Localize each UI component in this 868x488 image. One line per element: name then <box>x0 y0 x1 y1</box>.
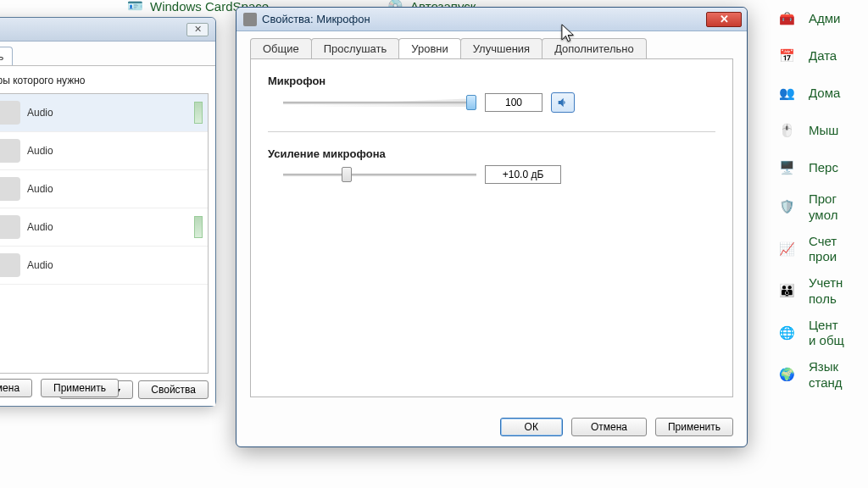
microphone-icon <box>0 177 20 201</box>
device-label: Audio <box>27 259 53 271</box>
slider-thumb[interactable] <box>466 95 476 110</box>
slider-thumb[interactable] <box>342 167 352 182</box>
level-meter-icon <box>194 216 203 238</box>
device-item[interactable]: Audio <box>0 208 208 247</box>
tab-levels[interactable]: Уровни <box>398 38 460 58</box>
device-label: Audio <box>27 107 53 119</box>
mute-button[interactable] <box>551 92 575 113</box>
device-label: Audio <box>27 145 53 157</box>
mic-level-label: Микрофон <box>268 75 715 87</box>
microphone-icon <box>0 253 20 277</box>
calendar-icon: 📅 <box>773 42 800 69</box>
ok-button[interactable]: ОК <box>500 418 563 436</box>
apply-button[interactable]: Применить <box>655 418 733 436</box>
microphone-icon <box>0 101 20 125</box>
device-item[interactable]: Audio <box>0 170 208 208</box>
microphone-icon <box>0 215 20 239</box>
mouse-icon: 🖱️ <box>773 117 800 144</box>
cp-item[interactable]: 🛡️Прог умол <box>766 186 868 229</box>
window-title: Свойства: Микрофон <box>262 13 706 25</box>
tab-record[interactable]: ь <box>0 47 13 65</box>
sound-devices-window: ✕ ь тры которого нужно Audio Audio Audio… <box>0 17 216 407</box>
tab-bar: Общие Прослушать Уровни Улучшения Дополн… <box>236 31 747 58</box>
homegroup-icon: 👥 <box>773 80 800 107</box>
tab-enhancements[interactable]: Улучшения <box>460 38 542 58</box>
apply-button[interactable]: Применить <box>41 379 119 397</box>
users-icon: 👪 <box>773 278 800 305</box>
cancel-button[interactable]: Отмена <box>571 418 647 436</box>
device-item[interactable]: Audio <box>0 94 208 132</box>
mouse-cursor-icon <box>561 24 576 44</box>
control-panel-list: 🧰Адми 📅Дата 👥Дома 🖱️Мыш 🖥️Перс 🛡️Прог ум… <box>766 0 868 396</box>
cp-item[interactable]: 📈Счет прои <box>766 229 868 271</box>
device-label: Audio <box>27 221 53 233</box>
speaker-icon <box>556 96 570 109</box>
tab-advanced[interactable]: Дополнительно <box>542 38 647 58</box>
admin-icon: 🧰 <box>773 5 800 32</box>
titlebar[interactable]: ✕ <box>0 18 215 42</box>
device-list[interactable]: Audio Audio Audio Audio Audio <box>0 93 209 374</box>
mic-boost-label: Усиление микрофона <box>268 147 715 160</box>
properties-button[interactable]: Свойства <box>138 380 209 399</box>
separator <box>268 131 715 132</box>
mic-boost-value: +10.0 дБ <box>485 165 561 184</box>
display-icon: 🖥️ <box>773 154 800 181</box>
mic-level-value: 100 <box>485 93 542 112</box>
device-label: Audio <box>27 183 53 195</box>
programs-icon: 🛡️ <box>773 194 800 221</box>
level-meter-icon <box>194 102 203 124</box>
cp-item[interactable]: 🖥️Перс <box>766 149 868 186</box>
network-icon: 🌐 <box>773 319 800 347</box>
tab-general[interactable]: Общие <box>250 38 312 58</box>
cp-item[interactable]: 🌐Цент и общ <box>766 313 868 355</box>
mic-properties-window: Свойства: Микрофон ✕ Общие Прослушать Ур… <box>236 7 748 447</box>
microphone-icon <box>0 139 20 163</box>
microphone-icon <box>243 13 257 26</box>
mic-boost-slider[interactable] <box>283 165 476 184</box>
device-item[interactable]: Audio <box>0 132 208 170</box>
card-icon: 🪪 <box>127 0 143 14</box>
hint-text: тры которого нужно <box>0 75 207 86</box>
close-button[interactable]: ✕ <box>706 12 742 27</box>
cp-item[interactable]: 📅Дата <box>766 37 868 75</box>
globe-icon: 🌍 <box>773 362 800 389</box>
titlebar[interactable]: Свойства: Микрофон ✕ <box>236 8 747 31</box>
cp-item[interactable]: 🖱️Мыш <box>766 112 868 149</box>
cp-item[interactable]: 🧰Адми <box>766 0 868 37</box>
cp-item[interactable]: 🌍Язык станд <box>766 354 868 396</box>
cancel-button[interactable]: Отмена <box>0 379 32 397</box>
cp-item[interactable]: 👪Учетн поль <box>766 270 868 313</box>
perfmon-icon: 📈 <box>773 236 800 263</box>
close-button[interactable]: ✕ <box>186 23 209 36</box>
tab-listen[interactable]: Прослушать <box>311 38 400 58</box>
levels-panel: Микрофон 100 Усиление микрофона +10.0 дБ <box>250 58 733 397</box>
cp-item[interactable]: 👥Дома <box>766 75 868 112</box>
device-item[interactable]: Audio <box>0 247 208 285</box>
mic-level-slider[interactable] <box>283 93 476 112</box>
